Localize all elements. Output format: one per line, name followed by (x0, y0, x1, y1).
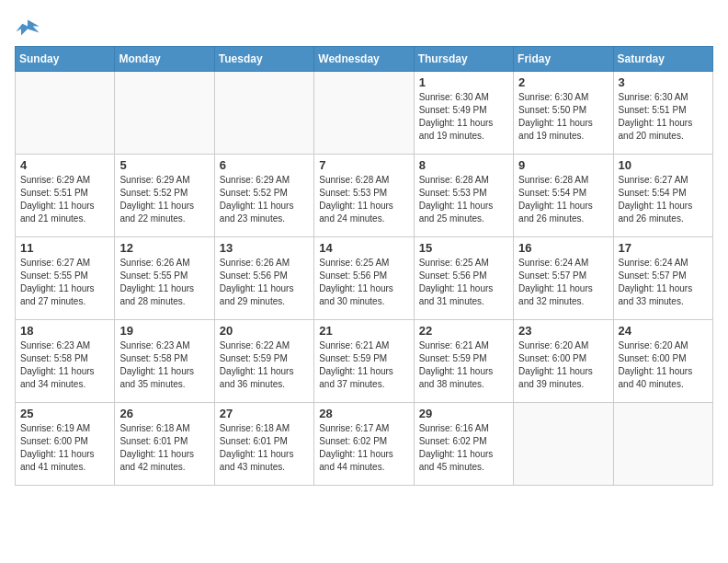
day-number: 15 (419, 241, 508, 255)
day-number: 16 (518, 241, 608, 255)
day-cell: 18Sunrise: 6:23 AM Sunset: 5:58 PM Dayli… (16, 320, 115, 403)
day-cell: 3Sunrise: 6:30 AM Sunset: 5:51 PM Daylig… (613, 72, 712, 155)
header-cell-tuesday: Tuesday (214, 47, 313, 72)
day-cell: 16Sunrise: 6:24 AM Sunset: 5:57 PM Dayli… (514, 237, 613, 320)
day-info: Sunrise: 6:24 AM Sunset: 5:57 PM Dayligh… (619, 257, 708, 308)
day-number: 9 (518, 158, 608, 172)
day-cell: 20Sunrise: 6:22 AM Sunset: 5:59 PM Dayli… (214, 320, 313, 403)
header-row: SundayMondayTuesdayWednesdayThursdayFrid… (16, 47, 713, 72)
day-info: Sunrise: 6:26 AM Sunset: 5:55 PM Dayligh… (119, 257, 209, 308)
day-number: 13 (220, 241, 309, 255)
header-cell-sunday: Sunday (16, 47, 115, 72)
day-cell (613, 403, 712, 486)
day-cell: 2Sunrise: 6:30 AM Sunset: 5:50 PM Daylig… (514, 72, 613, 155)
day-info: Sunrise: 6:18 AM Sunset: 6:01 PM Dayligh… (220, 422, 309, 474)
header-cell-thursday: Thursday (414, 47, 513, 72)
day-number: 29 (419, 407, 508, 420)
day-cell: 5Sunrise: 6:29 AM Sunset: 5:52 PM Daylig… (115, 155, 214, 237)
day-info: Sunrise: 6:22 AM Sunset: 5:59 PM Dayligh… (220, 339, 309, 391)
day-cell: 26Sunrise: 6:18 AM Sunset: 6:01 PM Dayli… (115, 403, 214, 486)
day-cell: 21Sunrise: 6:21 AM Sunset: 5:59 PM Dayli… (314, 320, 414, 403)
day-info: Sunrise: 6:20 AM Sunset: 6:00 PM Dayligh… (518, 339, 608, 391)
calendar-body: 1Sunrise: 6:30 AM Sunset: 5:49 PM Daylig… (16, 72, 713, 486)
day-cell: 9Sunrise: 6:28 AM Sunset: 5:54 PM Daylig… (514, 155, 613, 237)
day-info: Sunrise: 6:30 AM Sunset: 5:49 PM Dayligh… (419, 91, 508, 143)
day-info: Sunrise: 6:27 AM Sunset: 5:54 PM Dayligh… (619, 174, 708, 225)
week-row-3: 18Sunrise: 6:23 AM Sunset: 5:58 PM Dayli… (16, 320, 713, 403)
week-row-4: 25Sunrise: 6:19 AM Sunset: 6:00 PM Dayli… (16, 403, 713, 486)
header-cell-friday: Friday (514, 47, 613, 72)
day-number: 25 (20, 407, 109, 420)
day-cell: 7Sunrise: 6:28 AM Sunset: 5:53 PM Daylig… (314, 155, 414, 237)
day-info: Sunrise: 6:29 AM Sunset: 5:51 PM Dayligh… (20, 174, 109, 225)
day-info: Sunrise: 6:23 AM Sunset: 5:58 PM Dayligh… (20, 339, 109, 391)
day-number: 8 (419, 158, 508, 172)
day-info: Sunrise: 6:24 AM Sunset: 5:57 PM Dayligh… (518, 257, 608, 308)
day-cell (314, 72, 414, 155)
day-cell: 19Sunrise: 6:23 AM Sunset: 5:58 PM Dayli… (115, 320, 214, 403)
day-info: Sunrise: 6:27 AM Sunset: 5:55 PM Dayligh… (20, 257, 109, 308)
header-cell-monday: Monday (115, 47, 214, 72)
day-info: Sunrise: 6:21 AM Sunset: 5:59 PM Dayligh… (419, 339, 508, 391)
day-number: 20 (220, 324, 309, 338)
day-cell: 29Sunrise: 6:16 AM Sunset: 6:02 PM Dayli… (414, 403, 513, 486)
header-cell-saturday: Saturday (613, 47, 712, 72)
day-cell: 24Sunrise: 6:20 AM Sunset: 6:00 PM Dayli… (613, 320, 712, 403)
day-info: Sunrise: 6:18 AM Sunset: 6:01 PM Dayligh… (119, 422, 209, 474)
day-info: Sunrise: 6:28 AM Sunset: 5:54 PM Dayligh… (518, 174, 608, 225)
day-number: 23 (518, 324, 608, 338)
day-cell (115, 72, 214, 155)
day-number: 12 (119, 241, 209, 255)
day-number: 21 (319, 324, 408, 338)
day-number: 6 (220, 158, 309, 172)
day-info: Sunrise: 6:30 AM Sunset: 5:50 PM Dayligh… (518, 91, 608, 143)
week-row-1: 4Sunrise: 6:29 AM Sunset: 5:51 PM Daylig… (16, 155, 713, 237)
calendar-header: SundayMondayTuesdayWednesdayThursdayFrid… (16, 47, 713, 72)
calendar-table: SundayMondayTuesdayWednesdayThursdayFrid… (15, 46, 713, 486)
day-cell: 28Sunrise: 6:17 AM Sunset: 6:02 PM Dayli… (314, 403, 414, 486)
day-cell (16, 72, 115, 155)
day-number: 4 (20, 158, 109, 172)
day-number: 7 (319, 158, 408, 172)
logo-bird-icon (15, 15, 40, 40)
day-number: 18 (20, 324, 109, 338)
day-cell: 13Sunrise: 6:26 AM Sunset: 5:56 PM Dayli… (214, 237, 313, 320)
day-info: Sunrise: 6:29 AM Sunset: 5:52 PM Dayligh… (119, 174, 209, 225)
day-cell: 11Sunrise: 6:27 AM Sunset: 5:55 PM Dayli… (16, 237, 115, 320)
day-info: Sunrise: 6:19 AM Sunset: 6:00 PM Dayligh… (20, 422, 109, 474)
day-cell: 27Sunrise: 6:18 AM Sunset: 6:01 PM Dayli… (214, 403, 313, 486)
day-number: 19 (119, 324, 209, 338)
day-cell: 10Sunrise: 6:27 AM Sunset: 5:54 PM Dayli… (613, 155, 712, 237)
day-cell (514, 403, 613, 486)
logo (15, 15, 44, 40)
day-number: 24 (619, 324, 708, 338)
day-info: Sunrise: 6:25 AM Sunset: 5:56 PM Dayligh… (319, 257, 408, 308)
day-cell: 12Sunrise: 6:26 AM Sunset: 5:55 PM Dayli… (115, 237, 214, 320)
day-number: 3 (619, 75, 708, 89)
day-number: 11 (20, 241, 109, 255)
week-row-0: 1Sunrise: 6:30 AM Sunset: 5:49 PM Daylig… (16, 72, 713, 155)
day-info: Sunrise: 6:16 AM Sunset: 6:02 PM Dayligh… (419, 422, 508, 474)
day-cell: 6Sunrise: 6:29 AM Sunset: 5:52 PM Daylig… (214, 155, 313, 237)
day-info: Sunrise: 6:28 AM Sunset: 5:53 PM Dayligh… (419, 174, 508, 225)
day-cell (214, 72, 313, 155)
day-info: Sunrise: 6:23 AM Sunset: 5:58 PM Dayligh… (119, 339, 209, 391)
day-cell: 17Sunrise: 6:24 AM Sunset: 5:57 PM Dayli… (613, 237, 712, 320)
day-info: Sunrise: 6:21 AM Sunset: 5:59 PM Dayligh… (319, 339, 408, 391)
day-cell: 25Sunrise: 6:19 AM Sunset: 6:00 PM Dayli… (16, 403, 115, 486)
day-cell: 1Sunrise: 6:30 AM Sunset: 5:49 PM Daylig… (414, 72, 513, 155)
day-info: Sunrise: 6:17 AM Sunset: 6:02 PM Dayligh… (319, 422, 408, 474)
day-cell: 8Sunrise: 6:28 AM Sunset: 5:53 PM Daylig… (414, 155, 513, 237)
day-cell: 22Sunrise: 6:21 AM Sunset: 5:59 PM Dayli… (414, 320, 513, 403)
day-number: 2 (518, 75, 608, 89)
day-number: 28 (319, 407, 408, 420)
day-cell: 4Sunrise: 6:29 AM Sunset: 5:51 PM Daylig… (16, 155, 115, 237)
day-number: 17 (619, 241, 708, 255)
day-number: 1 (419, 75, 508, 89)
day-info: Sunrise: 6:28 AM Sunset: 5:53 PM Dayligh… (319, 174, 408, 225)
day-number: 14 (319, 241, 408, 255)
day-number: 10 (619, 158, 708, 172)
svg-marker-0 (16, 20, 39, 36)
day-info: Sunrise: 6:29 AM Sunset: 5:52 PM Dayligh… (220, 174, 309, 225)
week-row-2: 11Sunrise: 6:27 AM Sunset: 5:55 PM Dayli… (16, 237, 713, 320)
